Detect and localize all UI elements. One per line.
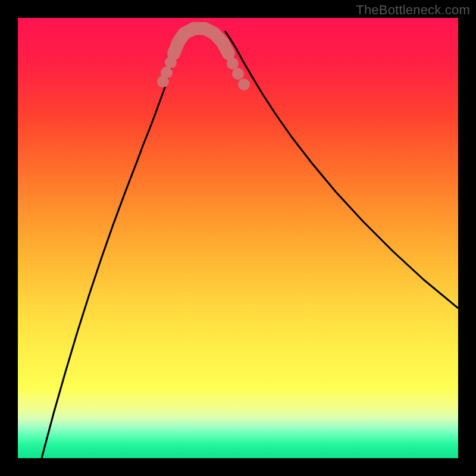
watermark-text: TheBottleneck.com [356, 2, 470, 18]
plot-area [18, 18, 458, 458]
chart-svg [18, 18, 458, 458]
series-left-branch [42, 31, 183, 458]
chart-frame: TheBottleneck.com [0, 0, 476, 476]
point-right-dot-1 [227, 58, 239, 70]
point-right-dot-2 [232, 68, 244, 80]
series-bottom-sausage [174, 29, 228, 54]
series-right-branch [225, 31, 458, 308]
point-right-dot-3 [238, 79, 250, 90]
point-left-dot-1 [165, 57, 177, 68]
